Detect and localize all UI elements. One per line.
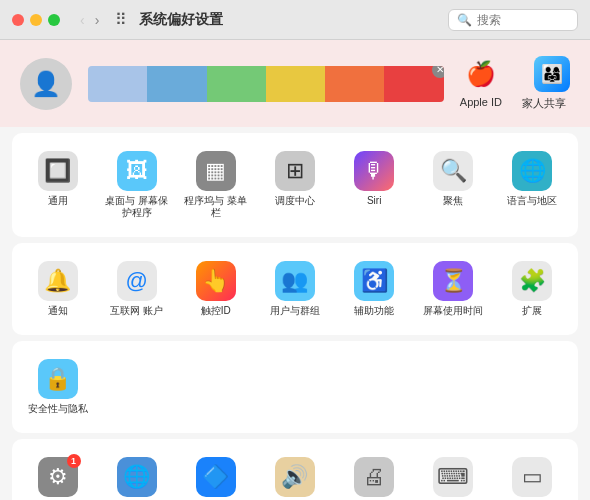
back-button[interactable]: ‹ bbox=[76, 10, 89, 30]
touchid-icon: 👆 bbox=[196, 261, 236, 301]
grid-item-touchid[interactable]: 👆触控ID bbox=[178, 255, 253, 323]
grid-section-4: ⚙1软件更新🌐网络🔷蓝牙🔊声音🖨打印机与 扫描仪⌨键盘▭触控板 bbox=[12, 439, 578, 500]
notify-label: 通知 bbox=[48, 305, 68, 317]
grid-item-users[interactable]: 👥用户与群组 bbox=[257, 255, 332, 323]
apple-id-button[interactable]: 🍎 Apple ID bbox=[460, 56, 502, 111]
internet-icon: @ bbox=[117, 261, 157, 301]
dock-icon: ▦ bbox=[196, 151, 236, 191]
grid-item-siri[interactable]: 🎙Siri bbox=[337, 145, 412, 225]
avatar: 👤 bbox=[20, 58, 72, 110]
focus-label: 聚焦 bbox=[443, 195, 463, 207]
grid-item-expand[interactable]: 🧩扩展 bbox=[495, 255, 570, 323]
assist-label: 辅助功能 bbox=[354, 305, 394, 317]
grid-item-sound[interactable]: 🔊声音 bbox=[257, 451, 332, 500]
keyboard-icon: ⌨ bbox=[433, 457, 473, 497]
internet-label: 互联网 账户 bbox=[110, 305, 163, 317]
search-box[interactable]: 🔍 bbox=[448, 9, 578, 31]
bluetooth-icon: 🔷 bbox=[196, 457, 236, 497]
screentime-label: 屏幕使用时间 bbox=[423, 305, 483, 317]
users-label: 用户与群组 bbox=[270, 305, 320, 317]
control-label: 调度中心 bbox=[275, 195, 315, 207]
siri-label: Siri bbox=[367, 195, 381, 207]
titlebar: ‹ › ⠿ 系统偏好设置 🔍 bbox=[0, 0, 590, 40]
security-label: 安全性与隐私 bbox=[28, 403, 88, 415]
dock-label: 程序坞与 菜单栏 bbox=[180, 195, 251, 219]
grid-item-tongyong[interactable]: 🔲通用 bbox=[20, 145, 95, 225]
expand-icon: 🧩 bbox=[512, 261, 552, 301]
grid-item-control[interactable]: ⊞调度中心 bbox=[257, 145, 332, 225]
grid-icon: ⠿ bbox=[115, 10, 127, 29]
grid-item-keyboard[interactable]: ⌨键盘 bbox=[416, 451, 491, 500]
grid-item-assist[interactable]: ♿辅助功能 bbox=[337, 255, 412, 323]
grid-item-desktop[interactable]: 🖼桌面与 屏幕保护程序 bbox=[99, 145, 174, 225]
language-label: 语言与地区 bbox=[507, 195, 557, 207]
forward-button[interactable]: › bbox=[91, 10, 104, 30]
grid-item-language[interactable]: 🌐语言与地区 bbox=[495, 145, 570, 225]
grid-item-trackpad[interactable]: ▭触控板 bbox=[495, 451, 570, 500]
assist-icon: ♿ bbox=[354, 261, 394, 301]
main-content: 👤 ✕ 🍎 Apple ID 👨‍👩‍👧 家人共享 🔲通用🖼桌面与 屏幕保护程序… bbox=[0, 40, 590, 500]
close-button[interactable] bbox=[12, 14, 24, 26]
grid-section-2: 🔔通知@互联网 账户👆触控ID👥用户与群组♿辅助功能⏳屏幕使用时间🧩扩展 bbox=[12, 243, 578, 335]
traffic-lights bbox=[12, 14, 60, 26]
grid-item-screentime[interactable]: ⏳屏幕使用时间 bbox=[416, 255, 491, 323]
grid-item-notify[interactable]: 🔔通知 bbox=[20, 255, 95, 323]
grid-item-internet[interactable]: @互联网 账户 bbox=[99, 255, 174, 323]
grid-item-focus[interactable]: 🔍聚焦 bbox=[416, 145, 491, 225]
grid-section-1: 🔲通用🖼桌面与 屏幕保护程序▦程序坞与 菜单栏⊞调度中心🎙Siri🔍聚焦🌐语言与… bbox=[12, 133, 578, 237]
close-banner-button[interactable]: ✕ bbox=[432, 66, 444, 78]
screentime-icon: ⏳ bbox=[433, 261, 473, 301]
notify-icon: 🔔 bbox=[38, 261, 78, 301]
trackpad-icon: ▭ bbox=[512, 457, 552, 497]
search-icon: 🔍 bbox=[457, 13, 472, 27]
color-bars: ✕ bbox=[88, 66, 444, 102]
tongyong-label: 通用 bbox=[48, 195, 68, 207]
security-icon: 🔒 bbox=[38, 359, 78, 399]
desktop-label: 桌面与 屏幕保护程序 bbox=[101, 195, 172, 219]
family-share-label: 家人共享 bbox=[522, 96, 566, 111]
apple-id-icon: 🍎 bbox=[463, 56, 499, 92]
expand-label: 扩展 bbox=[522, 305, 542, 317]
language-icon: 🌐 bbox=[512, 151, 552, 191]
tongyong-icon: 🔲 bbox=[38, 151, 78, 191]
search-input[interactable] bbox=[477, 13, 567, 27]
family-share-icon: 👨‍👩‍👧 bbox=[534, 56, 570, 92]
printer-icon: 🖨 bbox=[354, 457, 394, 497]
window-title: 系统偏好设置 bbox=[139, 11, 223, 29]
apple-id-label: Apple ID bbox=[460, 96, 502, 108]
maximize-button[interactable] bbox=[48, 14, 60, 26]
siri-icon: 🎙 bbox=[354, 151, 394, 191]
desktop-icon: 🖼 bbox=[117, 151, 157, 191]
software-icon: ⚙1 bbox=[38, 457, 78, 497]
nav-arrows: ‹ › bbox=[76, 10, 103, 30]
profile-banner: 👤 ✕ 🍎 Apple ID 👨‍👩‍👧 家人共享 bbox=[0, 40, 590, 127]
control-icon: ⊞ bbox=[275, 151, 315, 191]
grid-section-3: 🔒安全性与隐私 bbox=[12, 341, 578, 433]
profile-right-items: 🍎 Apple ID 👨‍👩‍👧 家人共享 bbox=[460, 56, 570, 111]
grid-item-dock[interactable]: ▦程序坞与 菜单栏 bbox=[178, 145, 253, 225]
network-icon: 🌐 bbox=[117, 457, 157, 497]
focus-icon: 🔍 bbox=[433, 151, 473, 191]
grid-item-security[interactable]: 🔒安全性与隐私 bbox=[20, 353, 95, 421]
family-share-button[interactable]: 👨‍👩‍👧 家人共享 bbox=[518, 56, 570, 111]
grid-item-printer[interactable]: 🖨打印机与 扫描仪 bbox=[337, 451, 412, 500]
users-icon: 👥 bbox=[275, 261, 315, 301]
grid-item-network[interactable]: 🌐网络 bbox=[99, 451, 174, 500]
touchid-label: 触控ID bbox=[201, 305, 231, 317]
grid-item-software[interactable]: ⚙1软件更新 bbox=[20, 451, 95, 500]
minimize-button[interactable] bbox=[30, 14, 42, 26]
grid-item-bluetooth[interactable]: 🔷蓝牙 bbox=[178, 451, 253, 500]
sound-icon: 🔊 bbox=[275, 457, 315, 497]
